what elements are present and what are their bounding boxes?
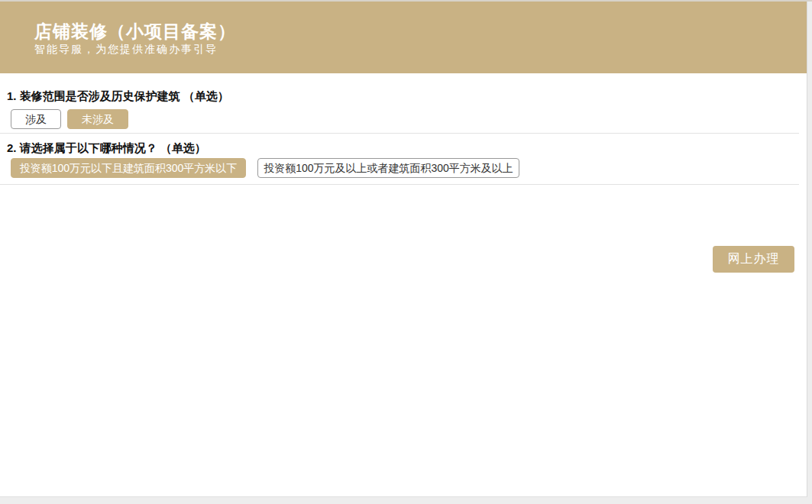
wizard-page: 店铺装修（小项目备案） 智能导服，为您提供准确办事引导 1. 装修范围是否涉及历…	[0, 0, 812, 504]
content-panel: 店铺装修（小项目备案） 智能导服，为您提供准确办事引导 1. 装修范围是否涉及历…	[0, 2, 807, 497]
wizard-header: 店铺装修（小项目备案） 智能导服，为您提供准确办事引导	[0, 2, 807, 73]
q2-option-small-project[interactable]: 投资额100万元以下且建筑面积300平方米以下	[11, 158, 246, 178]
page-subtitle: 智能导服，为您提供准确办事引导	[34, 43, 218, 57]
q1-option-involved[interactable]: 涉及	[11, 109, 61, 129]
q2-option-large-project[interactable]: 投资额100万元及以上或者建筑面积300平方米及以上	[257, 158, 519, 178]
q1-option-not-involved[interactable]: 未涉及	[67, 109, 128, 129]
question-1-label: 1. 装修范围是否涉及历史保护建筑 （单选）	[7, 89, 229, 104]
divider	[0, 133, 799, 134]
online-apply-button[interactable]: 网上办理	[713, 246, 794, 273]
page-title: 店铺装修（小项目备案）	[34, 20, 236, 44]
question-2-label: 2. 请选择属于以下哪种情况？ （单选）	[7, 141, 206, 156]
divider	[0, 184, 799, 185]
